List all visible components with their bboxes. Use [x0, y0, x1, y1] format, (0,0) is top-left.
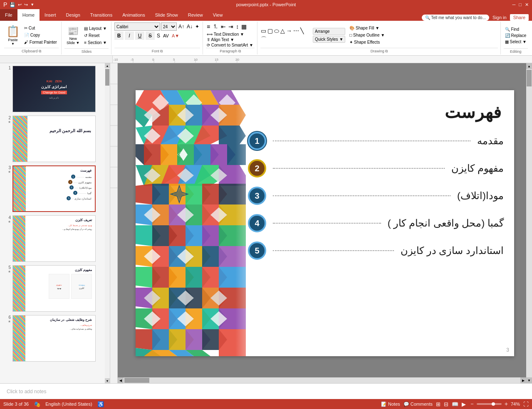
shape-arc-icon[interactable]: ⌒	[260, 35, 267, 44]
bullets-btn[interactable]: ≡	[206, 23, 211, 30]
canvas-scroll-left[interactable]: ◀	[118, 377, 124, 383]
canvas-scroll-thumb[interactable]	[527, 70, 532, 86]
slide-title[interactable]: فهرست	[445, 103, 502, 122]
slideshow-btn[interactable]: ▶	[462, 401, 466, 407]
tab-home[interactable]: Home	[17, 9, 40, 21]
decrease-indent-btn[interactable]: ⇤	[220, 23, 227, 30]
align-text-btn[interactable]: ⥣ Align Text ▼	[206, 37, 235, 42]
shape-outline-button[interactable]: □ Shape Outline ▼	[348, 32, 386, 38]
quick-access-undo[interactable]: ↩	[18, 2, 22, 7]
font-name-select[interactable]: Calibri	[114, 22, 160, 31]
copy-button[interactable]: 📄 Copy	[22, 32, 59, 38]
toc-item-2[interactable]: مفهوم کایزن 2	[248, 159, 504, 177]
shape-line-icon[interactable]: ╲	[300, 27, 304, 34]
cut-button[interactable]: ✂ Cut	[22, 25, 59, 31]
shape-triangle-icon[interactable]: △	[280, 27, 285, 34]
cols-btn[interactable]: ▦	[240, 23, 247, 30]
increase-indent-btn[interactable]: ⇥	[228, 23, 234, 30]
strikethrough-button[interactable]: S	[146, 32, 155, 40]
tell-me-input[interactable]: 🔍 Tell me what you want to do...	[422, 15, 489, 21]
svg-text:10: 10	[194, 58, 198, 62]
fit-window-btn[interactable]: ⛶	[523, 401, 529, 407]
italic-button[interactable]: I	[125, 32, 134, 40]
canvas-scroll-down[interactable]: ▼	[526, 377, 532, 383]
normal-view-btn[interactable]: ⊞	[436, 401, 440, 407]
slide-thumb-1[interactable]: 1 KAI ZEN استراتژی کایزن Change for Good…	[2, 65, 108, 113]
tab-view[interactable]: View	[208, 9, 228, 21]
slide-panel-scroll-down[interactable]: ▼	[105, 378, 110, 383]
format-painter-button[interactable]: 🖌 Format Painter	[22, 39, 59, 45]
toc-item-5[interactable]: استاندارد سازی در کایزن 5	[248, 241, 504, 260]
toc-item-3[interactable]: مودا(اتلاف) 3	[248, 187, 504, 205]
zoom-out-btn[interactable]: －	[469, 400, 475, 408]
slide-thumb-2[interactable]: 2 ★ بسم الله الرحمن الرحیم	[2, 115, 108, 163]
font-color-btn[interactable]: A▼	[171, 33, 180, 39]
quick-access-redo[interactable]: ↪	[24, 2, 28, 7]
shape-more-icon[interactable]: ⋯	[293, 27, 299, 34]
tab-transitions[interactable]: Transitions	[85, 9, 117, 21]
convert-smartart-btn[interactable]: ⟳ Convert to SmartArt ▼	[206, 42, 254, 48]
tab-insert[interactable]: Insert	[40, 9, 61, 21]
shape-oval-icon[interactable]: ⬭	[274, 27, 280, 35]
font-size-select[interactable]: 24	[161, 22, 177, 31]
slide-thumb-5[interactable]: 5 ★ مفهوم کایزن مفهوم بهبود پیوسته کایزن	[2, 264, 108, 313]
layout-button[interactable]: ▤ Layout ▼	[82, 25, 109, 32]
notes-area[interactable]: Click to add notes	[0, 383, 532, 399]
tab-animations[interactable]: Animations	[117, 9, 150, 21]
reset-button[interactable]: ↺ Reset	[82, 32, 109, 39]
clear-format-btn[interactable]: ✦	[194, 23, 200, 30]
zoom-slider[interactable]	[477, 403, 502, 405]
minimize-btn[interactable]: ─	[512, 2, 516, 7]
notes-button[interactable]: 📝 Notes	[381, 402, 400, 407]
canvas-scroll-right[interactable]: ▶	[520, 377, 526, 383]
increase-font-btn[interactable]: A↑	[178, 23, 185, 30]
canvas-scroll-hthumb[interactable]	[124, 378, 149, 383]
decrease-font-btn[interactable]: A↓	[186, 23, 193, 30]
underline-button[interactable]: U	[135, 32, 144, 40]
slide-panel-scroll-up[interactable]: ▲	[105, 63, 110, 68]
shape-arrow-icon[interactable]: →	[286, 27, 292, 34]
char-spacing-btn[interactable]: AV	[162, 33, 170, 39]
quick-access-dropdown[interactable]: ▼	[30, 2, 34, 7]
slide-panel-scroll-thumb[interactable]	[105, 69, 109, 86]
share-btn[interactable]: Share	[510, 14, 529, 21]
accessibility-icon[interactable]: ♿	[97, 401, 104, 407]
shadow-btn[interactable]: S	[156, 32, 161, 39]
shape-effects-button[interactable]: ✦ Shape Effects	[348, 39, 386, 45]
slide-thumb-6[interactable]: 6 ★ شرح وظایف شغلی در سازمان شرح وظایف..…	[2, 314, 108, 362]
shape-rect-icon[interactable]: ▭	[260, 27, 267, 34]
select-button[interactable]: ▦ Select ▼	[504, 39, 528, 44]
bold-button[interactable]: B	[114, 32, 124, 40]
canvas-scroll-up[interactable]: ▲	[526, 63, 532, 69]
quick-styles-button[interactable]: Quick Styles ▼	[313, 36, 345, 43]
quick-access-save[interactable]: 💾	[10, 2, 15, 7]
find-button[interactable]: 🔍 Find	[504, 27, 528, 32]
slide-thumb-4[interactable]: 4 ★ تعریف کایزن بهبود مستمر در محیط کار.…	[2, 214, 108, 263]
tab-file[interactable]: File	[0, 9, 17, 21]
arrange-button[interactable]: Arrange	[313, 28, 345, 35]
reading-view-btn[interactable]: 📖	[452, 401, 458, 407]
replace-button[interactable]: 🔄 Replace	[504, 33, 528, 38]
slide-num-1: 1	[8, 66, 11, 70]
close-btn[interactable]: ✕	[525, 2, 529, 7]
sign-in-btn[interactable]: Sign in	[492, 15, 507, 20]
shape-fill-button[interactable]: 🎨 Shape Fill ▼	[348, 25, 386, 31]
tab-slideshow[interactable]: Slide Show	[150, 9, 183, 21]
tab-review[interactable]: Review	[183, 9, 208, 21]
toc-item-4[interactable]: گمبا (محل واقعی انجام کار ) 4	[248, 214, 504, 232]
section-button[interactable]: ≡ Section ▼	[82, 39, 109, 46]
numbering-btn[interactable]: ⒈	[212, 22, 219, 31]
shape-rounded-icon[interactable]: ▢	[267, 27, 273, 34]
new-slide-button[interactable]: 📰 New Slide ▼	[64, 25, 82, 46]
line-spacing-btn[interactable]: ↕	[235, 23, 240, 30]
paste-button[interactable]: 📋 Paste ▼	[4, 24, 22, 47]
toc-item-1[interactable]: مقدمه 1	[248, 132, 504, 150]
slide-sorter-btn[interactable]: ⊟	[444, 401, 448, 407]
maximize-btn[interactable]: □	[519, 2, 522, 7]
slide-canvas[interactable]: فهرست مقدمه 1 مفهوم کایزن 2 مودا(اتلاف	[136, 90, 514, 356]
text-direction-btn[interactable]: ⟺ Text Direction ▼	[206, 32, 245, 37]
zoom-in-btn[interactable]: ＋	[503, 400, 509, 408]
tab-design[interactable]: Design	[61, 9, 85, 21]
slide-thumb-3[interactable]: 3 ★ فهرست مقدمه ............ 1 مفهوم کای…	[2, 165, 108, 213]
comments-button[interactable]: 💬 Comments	[403, 402, 433, 407]
